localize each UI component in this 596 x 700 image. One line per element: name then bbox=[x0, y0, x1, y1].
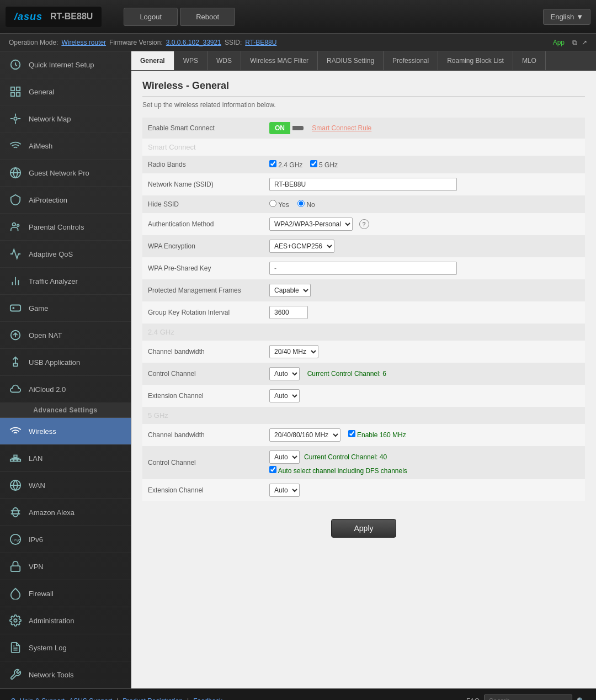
tab-mlo[interactable]: MLO bbox=[513, 51, 546, 70]
tab-roaming-block[interactable]: Roaming Block List bbox=[438, 51, 513, 70]
sidebar-item-wireless[interactable]: Wireless bbox=[0, 418, 131, 445]
sidebar-item-wan[interactable]: WAN bbox=[0, 472, 131, 499]
feedback-link[interactable]: Feedback bbox=[193, 697, 222, 700]
tab-wps[interactable]: WPS bbox=[174, 51, 207, 70]
auth-method-label: Authentication Method bbox=[142, 213, 264, 235]
radio-band-24-label[interactable]: 2.4 GHz bbox=[269, 161, 305, 169]
svg-point-8 bbox=[17, 224, 19, 226]
share-icon[interactable]: ↗ bbox=[582, 39, 587, 46]
help-support-link[interactable]: Help & Support bbox=[20, 697, 65, 700]
hide-ssid-yes-radio[interactable] bbox=[269, 200, 276, 207]
search-icon[interactable]: 🔍 bbox=[577, 697, 585, 700]
sidebar-item-traffic-analyzer[interactable]: Traffic Analyzer bbox=[0, 268, 131, 295]
aiprotection-icon bbox=[8, 192, 23, 208]
radio-bands-label: Radio Bands bbox=[142, 156, 264, 173]
ch-bw-5-160-label[interactable]: Enable 160 MHz bbox=[348, 431, 406, 439]
sidebar-item-parental[interactable]: Parental Controls bbox=[0, 214, 131, 241]
sidebar-item-ipv6[interactable]: IPv6 IPv6 bbox=[0, 526, 131, 553]
sidebar-item-general[interactable]: General bbox=[0, 78, 131, 105]
ctrl-ch-5-select[interactable]: Auto bbox=[269, 450, 300, 464]
operation-mode-value[interactable]: Wireless router bbox=[61, 39, 106, 46]
smart-connect-on[interactable]: ON bbox=[269, 122, 290, 134]
smart-connect-rule-link[interactable]: Smart Connect Rule bbox=[312, 124, 371, 132]
sidebar-item-network-map[interactable]: Network Map bbox=[0, 105, 131, 132]
sidebar-item-administration[interactable]: Administration bbox=[0, 607, 131, 634]
sidebar-label-wireless: Wireless bbox=[29, 427, 56, 436]
adaptive-qos-icon bbox=[8, 246, 23, 262]
ext-ch-24-label: Extension Channel bbox=[142, 385, 264, 407]
sidebar-item-game[interactable]: Game bbox=[0, 295, 131, 322]
tab-mac-filter[interactable]: Wireless MAC Filter bbox=[241, 51, 318, 70]
sidebar-label-open-nat: Open NAT bbox=[29, 331, 62, 340]
hide-ssid-control: Yes No bbox=[264, 195, 585, 213]
group-key-input[interactable] bbox=[269, 306, 308, 319]
pmf-select[interactable]: Capable bbox=[269, 284, 311, 297]
ctrl-ch-5-dfs-label[interactable]: Auto select channel including DFS channe… bbox=[269, 467, 407, 475]
ext-ch-24-select[interactable]: Auto bbox=[269, 389, 300, 402]
copy-icon[interactable]: ⧉ bbox=[572, 39, 577, 46]
ch-bw-24-select[interactable]: 20/40 MHz bbox=[269, 345, 318, 358]
ctrl-ch-24-select[interactable]: Auto bbox=[269, 367, 300, 380]
group-key-control bbox=[264, 301, 585, 324]
firmware-value[interactable]: 3.0.0.6.102_33921 bbox=[166, 39, 221, 46]
asus-support-link[interactable]: ASUS Support bbox=[69, 697, 112, 700]
ctrl-ch-5-dfs-checkbox[interactable] bbox=[269, 466, 276, 473]
section-24ghz: 2.4 GHz bbox=[142, 324, 585, 341]
administration-icon bbox=[8, 613, 23, 628]
product-reg-link[interactable]: Product Registration bbox=[123, 697, 183, 700]
language-selector[interactable]: English ▼ bbox=[543, 9, 590, 25]
logo-area: /asus RT-BE88U bbox=[6, 7, 102, 27]
form-table: Enable Smart Connect ON Smart Connect Ru… bbox=[142, 118, 585, 501]
sidebar-item-aicloud[interactable]: AiCloud 2.0 bbox=[0, 376, 131, 403]
sidebar-label-network-tools: Network Tools bbox=[29, 671, 73, 679]
ch-bw-5-160-checkbox[interactable] bbox=[348, 430, 355, 437]
ssid-input[interactable] bbox=[269, 178, 457, 191]
logout-button[interactable]: Logout bbox=[124, 8, 178, 26]
sidebar-item-adaptive-qos[interactable]: Adaptive QoS bbox=[0, 241, 131, 268]
wpa-enc-select[interactable]: AES+GCMP256 bbox=[269, 240, 334, 253]
auth-method-select[interactable]: WPA2/WPA3-Personal bbox=[269, 218, 353, 231]
ch-bw-5-select[interactable]: 20/40/80/160 MHz bbox=[269, 428, 340, 442]
sidebar-item-firewall[interactable]: Firewall bbox=[0, 580, 131, 607]
sidebar-item-quick-internet[interactable]: Quick Internet Setup bbox=[0, 51, 131, 78]
hide-ssid-no-label[interactable]: No bbox=[297, 201, 315, 209]
sidebar-item-vpn[interactable]: VPN bbox=[0, 553, 131, 580]
sidebar-label-vpn: VPN bbox=[29, 563, 44, 571]
radio-band-5-checkbox[interactable] bbox=[310, 160, 317, 167]
ext-ch-5-select[interactable]: Auto bbox=[269, 484, 300, 497]
radio-band-24-checkbox[interactable] bbox=[269, 160, 276, 167]
reboot-button[interactable]: Reboot bbox=[180, 8, 235, 26]
sidebar-item-system-log[interactable]: System Log bbox=[0, 634, 131, 661]
sidebar-item-amazon-alexa[interactable]: Amazon Alexa bbox=[0, 499, 131, 526]
tab-general[interactable]: General bbox=[131, 51, 174, 70]
tab-wds[interactable]: WDS bbox=[207, 51, 241, 70]
sidebar-item-lan[interactable]: LAN bbox=[0, 445, 131, 472]
ssid-value[interactable]: RT-BE88U bbox=[245, 39, 276, 46]
sidebar-label-ipv6: IPv6 bbox=[29, 535, 43, 544]
app-link[interactable]: App bbox=[553, 39, 565, 46]
sidebar-label-wan: WAN bbox=[29, 481, 45, 490]
sidebar-item-open-nat[interactable]: Open NAT bbox=[0, 322, 131, 349]
smart-connect-off[interactable] bbox=[292, 126, 304, 130]
hide-ssid-yes-label[interactable]: Yes bbox=[269, 201, 291, 209]
smart-connect-label: Enable Smart Connect bbox=[142, 118, 264, 139]
svg-rect-15 bbox=[10, 459, 14, 462]
auth-method-help-icon[interactable]: ? bbox=[359, 219, 369, 229]
hide-ssid-no-radio[interactable] bbox=[297, 200, 305, 207]
wpa-key-input[interactable] bbox=[269, 262, 457, 275]
top-bar: /asus RT-BE88U Logout Reboot English ▼ bbox=[0, 0, 596, 34]
tabs: General WPS WDS Wireless MAC Filter RADI… bbox=[131, 51, 596, 71]
group-key-label: Group Key Rotation Interval bbox=[142, 301, 264, 324]
sidebar-item-aiprotection[interactable]: AiProtection bbox=[0, 187, 131, 214]
radio-band-5-label[interactable]: 5 GHz bbox=[310, 161, 338, 169]
traffic-analyzer-icon bbox=[8, 273, 23, 289]
sidebar-item-usb-app[interactable]: USB Application bbox=[0, 349, 131, 376]
wpa-key-label: WPA Pre-Shared Key bbox=[142, 257, 264, 279]
apply-button[interactable]: Apply bbox=[331, 519, 396, 538]
tab-professional[interactable]: Professional bbox=[384, 51, 438, 70]
sidebar-item-guest-network[interactable]: Guest Network Pro bbox=[0, 160, 131, 187]
sidebar-item-aimesh[interactable]: AiMesh bbox=[0, 132, 131, 160]
tab-radius[interactable]: RADIUS Setting bbox=[318, 51, 384, 70]
sidebar-item-network-tools[interactable]: Network Tools bbox=[0, 661, 131, 688]
faq-search-input[interactable] bbox=[484, 694, 572, 700]
